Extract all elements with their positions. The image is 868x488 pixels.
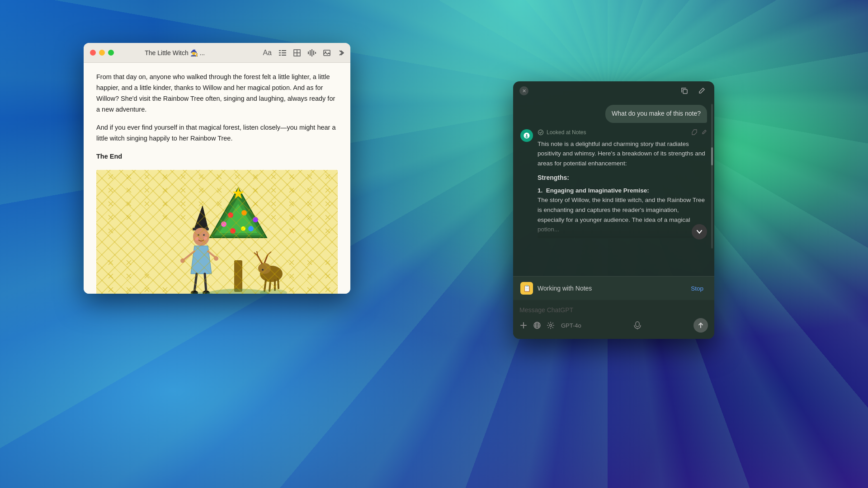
svg-line-60 xyxy=(253,188,258,192)
svg-line-59 xyxy=(253,188,258,192)
svg-point-170 xyxy=(204,237,208,240)
chat-scrollbar xyxy=(711,104,713,249)
svg-line-63 xyxy=(289,188,294,192)
svg-line-80 xyxy=(199,202,203,206)
point-1-text: The story of Willow, the kind little wit… xyxy=(538,197,705,233)
svg-line-147 xyxy=(163,287,167,292)
svg-point-180 xyxy=(230,228,236,234)
svg-line-23 xyxy=(163,174,167,179)
svg-rect-171 xyxy=(234,260,242,292)
svg-line-74 xyxy=(145,202,149,206)
looked-at-notes: Looked at Notes xyxy=(538,129,707,136)
svg-marker-172 xyxy=(210,188,267,238)
chevron-right-icon[interactable] xyxy=(338,50,344,56)
notes-title: The Little Witch 🧙 ... xyxy=(93,49,256,56)
strengths-header: Strengths: xyxy=(538,173,707,183)
message-input[interactable] xyxy=(519,305,708,318)
svg-line-91 xyxy=(307,202,312,206)
svg-line-126 xyxy=(307,260,312,265)
table-icon[interactable] xyxy=(293,49,301,56)
svg-rect-1 xyxy=(282,50,286,51)
svg-line-85 xyxy=(253,202,258,206)
font-icon[interactable]: Aa xyxy=(263,49,272,57)
svg-point-167 xyxy=(198,234,199,236)
svg-line-27 xyxy=(199,174,203,179)
svg-line-19 xyxy=(127,174,131,179)
svg-line-94 xyxy=(326,202,330,206)
chat-close-button[interactable]: ✕ xyxy=(519,86,528,95)
svg-line-189 xyxy=(268,252,271,255)
svg-point-177 xyxy=(253,217,258,222)
svg-marker-182 xyxy=(232,187,244,199)
svg-line-134 xyxy=(145,274,149,278)
globe-icon[interactable] xyxy=(533,321,541,329)
copy-icon[interactable] xyxy=(678,84,691,97)
svg-line-71 xyxy=(127,202,131,206)
svg-line-45 xyxy=(127,188,131,192)
svg-line-105 xyxy=(289,215,294,220)
svg-line-65 xyxy=(307,188,312,192)
mic-icon[interactable] xyxy=(634,321,641,329)
svg-line-116 xyxy=(307,229,312,233)
svg-line-22 xyxy=(145,174,149,179)
chat-panel: ✕ What do you make of this note? xyxy=(513,81,714,339)
svg-line-139 xyxy=(326,274,330,278)
input-toolbar: GPT-4o xyxy=(519,318,708,333)
user-message: What do you make of this note? xyxy=(605,105,707,123)
edit-icon[interactable] xyxy=(695,84,708,97)
svg-line-72 xyxy=(127,202,131,206)
image-icon[interactable] xyxy=(323,50,330,56)
svg-line-21 xyxy=(145,174,149,179)
svg-line-84 xyxy=(235,202,240,206)
svg-line-143 xyxy=(127,287,131,292)
send-button[interactable] xyxy=(693,318,708,333)
notes-content: From that day on, anyone who walked thro… xyxy=(84,63,350,294)
svg-point-199 xyxy=(538,130,543,135)
svg-line-140 xyxy=(326,274,330,278)
svg-point-183 xyxy=(260,266,283,282)
working-with-notes-bar: 📋 Working with Notes Stop xyxy=(513,276,714,300)
svg-line-32 xyxy=(235,174,240,179)
svg-line-120 xyxy=(108,260,113,265)
svg-line-152 xyxy=(307,287,312,292)
plus-icon[interactable] xyxy=(519,321,528,329)
svg-line-57 xyxy=(235,188,240,192)
stop-button[interactable]: Stop xyxy=(687,283,707,294)
svg-line-36 xyxy=(271,174,276,179)
svg-line-160 xyxy=(208,251,216,258)
svg-line-141 xyxy=(108,287,113,292)
svg-rect-5 xyxy=(282,55,286,56)
svg-line-49 xyxy=(163,188,167,192)
illustration-svg xyxy=(96,170,338,294)
list-icon[interactable] xyxy=(279,49,286,56)
svg-line-34 xyxy=(253,174,258,179)
svg-rect-0 xyxy=(279,50,281,51)
svg-line-37 xyxy=(289,174,294,179)
looked-at-label: Looked at Notes xyxy=(547,129,586,136)
chat-header: ✕ xyxy=(513,81,714,100)
svg-line-191 xyxy=(269,281,270,291)
scroll-down-button[interactable] xyxy=(692,224,707,239)
the-end-text: The End xyxy=(96,151,338,162)
svg-rect-10 xyxy=(310,50,311,56)
svg-line-33 xyxy=(253,174,258,179)
svg-line-29 xyxy=(217,174,222,179)
svg-rect-11 xyxy=(311,49,312,56)
svg-line-42 xyxy=(326,174,330,179)
svg-point-165 xyxy=(191,291,198,294)
svg-rect-198 xyxy=(683,89,687,94)
waveform-icon[interactable] xyxy=(308,49,316,56)
chat-action-icons xyxy=(678,84,708,97)
svg-line-100 xyxy=(163,215,167,220)
svg-line-137 xyxy=(307,274,312,278)
svg-line-136 xyxy=(289,274,294,278)
model-label: GPT-4o xyxy=(561,322,581,329)
svg-line-153 xyxy=(326,287,330,292)
svg-rect-9 xyxy=(308,52,309,54)
svg-line-46 xyxy=(127,188,131,192)
svg-line-47 xyxy=(145,188,149,192)
svg-line-76 xyxy=(163,202,167,206)
tools-icon[interactable] xyxy=(547,321,555,329)
assistant-message: Looked at Notes This note is a delightfu… xyxy=(520,129,707,238)
svg-line-135 xyxy=(289,274,294,278)
